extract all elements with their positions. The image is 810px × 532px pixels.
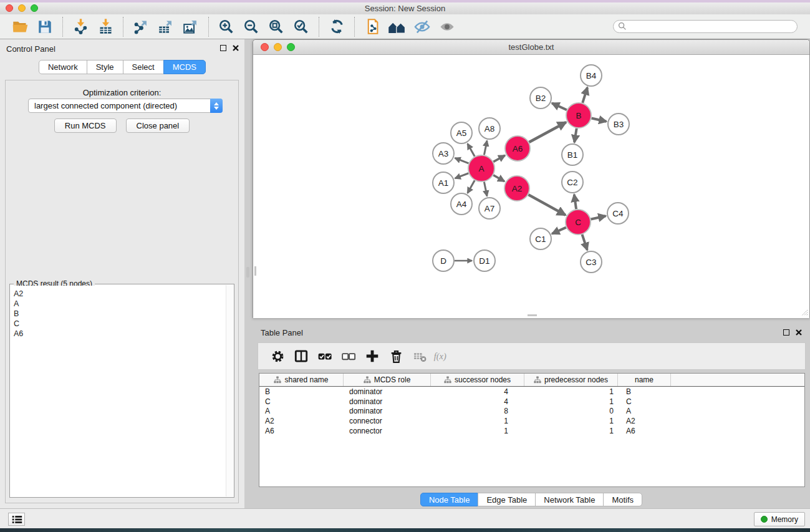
- search-input[interactable]: [613, 20, 798, 33]
- graph-edge-C-C4[interactable]: [591, 216, 606, 219]
- table-cell[interactable]: dominator: [344, 407, 431, 415]
- export-image-button[interactable]: [181, 17, 200, 36]
- show-eye-button[interactable]: [438, 17, 456, 36]
- refresh-layout-button[interactable]: [327, 17, 346, 36]
- graph-node-B4[interactable]: B4: [581, 65, 602, 86]
- network-graph[interactable]: B4B2BB3A8A5A6A3B1AA1C2A2A4A7C4CC1C3DD1: [253, 55, 809, 318]
- close-panel-icon[interactable]: [232, 44, 239, 52]
- graph-node-A7[interactable]: A7: [479, 198, 500, 219]
- graph-edge-C-C2[interactable]: [574, 195, 576, 209]
- tab-mcds[interactable]: MCDS: [163, 60, 206, 74]
- delete-column-button[interactable]: [385, 347, 407, 365]
- panel-splitter-handle[interactable]: [246, 267, 249, 278]
- graph-node-B3[interactable]: B3: [608, 114, 629, 135]
- network-zoom-button[interactable]: [287, 43, 295, 51]
- column-header-successor-nodes[interactable]: successor nodes: [431, 374, 524, 386]
- column-header-name[interactable]: name: [618, 374, 671, 386]
- table-cell[interactable]: A6: [618, 427, 671, 435]
- export-network-button[interactable]: [132, 17, 150, 36]
- table-row[interactable]: A2connector11A2: [259, 416, 804, 426]
- table-cell[interactable]: dominator: [344, 397, 431, 406]
- graph-edge-A-A8[interactable]: [484, 141, 487, 155]
- table-cell[interactable]: B: [259, 387, 344, 396]
- graph-node-C3[interactable]: C3: [581, 251, 602, 273]
- memory-button[interactable]: Memory: [754, 512, 805, 526]
- column-header-MCDS-role[interactable]: MCDS role: [344, 374, 431, 386]
- mcds-result-item[interactable]: A: [14, 299, 225, 309]
- graph-edge-A-A3[interactable]: [455, 158, 469, 163]
- graph-edge-A-A4[interactable]: [468, 180, 475, 193]
- graph-edge-B-B2[interactable]: [552, 103, 567, 110]
- tab-style[interactable]: Style: [87, 60, 123, 74]
- zoom-in-button[interactable]: [217, 17, 236, 36]
- table-cell[interactable]: connector: [344, 427, 431, 435]
- table-cell[interactable]: 0: [524, 407, 618, 415]
- network-minimize-button[interactable]: [274, 43, 282, 51]
- column-header-shared-name[interactable]: shared name: [259, 374, 344, 386]
- graph-node-C[interactable]: C: [566, 210, 591, 235]
- float-table-panel-icon[interactable]: [783, 329, 789, 336]
- graph-edge-A-A6[interactable]: [493, 155, 505, 162]
- graph-node-A6[interactable]: A6: [505, 136, 530, 161]
- zoom-selected-button[interactable]: [292, 17, 311, 36]
- zoom-out-button[interactable]: [242, 17, 261, 36]
- close-table-panel-icon[interactable]: [795, 329, 803, 336]
- zoom-fit-button[interactable]: [267, 17, 286, 36]
- table-cell[interactable]: 1: [524, 417, 618, 425]
- network-close-button[interactable]: [261, 43, 269, 51]
- tab-motifs[interactable]: Motifs: [603, 493, 642, 506]
- table-cell[interactable]: A: [618, 407, 671, 415]
- graph-edge-B-B1[interactable]: [574, 128, 577, 143]
- graph-edge-B-B4[interactable]: [582, 87, 587, 103]
- graph-edge-A2-C[interactable]: [528, 195, 565, 215]
- tab-select[interactable]: Select: [123, 60, 164, 74]
- graph-node-C4[interactable]: C4: [607, 203, 629, 224]
- graph-node-A3[interactable]: A3: [433, 143, 454, 164]
- table-cell[interactable]: 1: [431, 417, 524, 425]
- table-cell[interactable]: A2: [259, 417, 344, 425]
- graph-node-A2[interactable]: A2: [504, 176, 529, 201]
- column-header-predecessor-nodes[interactable]: predecessor nodes: [524, 374, 618, 386]
- table-cell[interactable]: A6: [259, 427, 344, 435]
- table-cell[interactable]: 8: [431, 407, 524, 415]
- delete-table-button[interactable]: [409, 347, 430, 365]
- graph-node-B2[interactable]: B2: [530, 87, 551, 109]
- graph-node-C2[interactable]: C2: [562, 172, 583, 193]
- table-cell[interactable]: 4: [431, 397, 524, 406]
- graph-node-D[interactable]: D: [433, 250, 454, 271]
- function-builder-button[interactable]: f(x): [433, 347, 454, 365]
- graph-node-A[interactable]: A: [468, 155, 494, 181]
- save-session-button[interactable]: [36, 17, 54, 36]
- table-row[interactable]: Cdominator41C: [259, 397, 804, 407]
- table-settings-button[interactable]: [267, 347, 288, 365]
- tab-edge-table[interactable]: Edge Table: [478, 493, 536, 506]
- select-all-button[interactable]: [314, 347, 335, 365]
- graph-edge-A-A5[interactable]: [468, 143, 475, 156]
- add-column-button[interactable]: [362, 347, 383, 365]
- close-panel-button[interactable]: Close panel: [126, 118, 190, 133]
- run-mcds-button[interactable]: Run MCDS: [54, 118, 117, 133]
- graph-edge-A-A7[interactable]: [484, 182, 487, 196]
- table-cell[interactable]: A: [259, 407, 344, 415]
- window-close-button[interactable]: [6, 4, 13, 12]
- deselect-all-button[interactable]: [338, 347, 359, 365]
- import-table-button[interactable]: [96, 17, 115, 36]
- tab-network[interactable]: Network: [39, 60, 87, 74]
- network-vertical-scrollbar[interactable]: [254, 266, 256, 276]
- task-history-button[interactable]: [8, 513, 25, 526]
- graph-node-B1[interactable]: B1: [562, 144, 583, 165]
- table-cell[interactable]: connector: [344, 417, 431, 425]
- table-row[interactable]: Bdominator41B: [259, 387, 804, 397]
- graph-edge-A-A2[interactable]: [493, 175, 504, 181]
- network-titlebar[interactable]: testGlobe.txt: [253, 40, 809, 55]
- table-cell[interactable]: A2: [618, 417, 671, 425]
- tab-network-table[interactable]: Network Table: [535, 493, 604, 506]
- graph-node-A1[interactable]: A1: [433, 172, 454, 193]
- mcds-result-item[interactable]: B: [14, 309, 225, 319]
- mcds-result-list[interactable]: A2ABCA6: [11, 286, 225, 496]
- duplicate-network-button[interactable]: [363, 17, 382, 36]
- graph-edge-A-A1[interactable]: [455, 173, 469, 178]
- table-cell[interactable]: dominator: [344, 387, 431, 396]
- graph-edge-A6-B[interactable]: [529, 122, 566, 142]
- table-row[interactable]: Adominator80A: [259, 407, 804, 417]
